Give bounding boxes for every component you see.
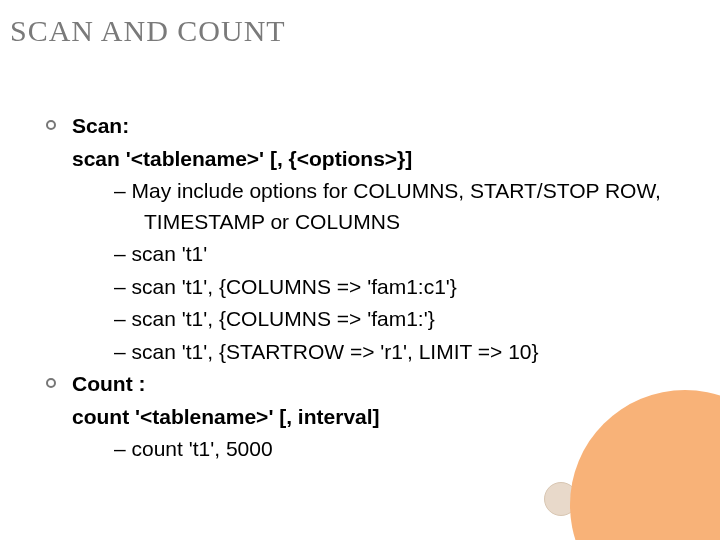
bullet-count: Count :	[44, 368, 690, 401]
scan-ex2: – scan 't1', {COLUMNS => 'fam1:c1'}	[44, 271, 690, 304]
scan-ex4: – scan 't1', {STARTROW => 'r1', LIMIT =>…	[44, 336, 690, 369]
slide-title: SCAN AND COUNT	[10, 14, 286, 48]
slide-content: Scan: scan '<tablename>' [, {<options>}]…	[44, 110, 690, 466]
scan-ex1: – scan 't1'	[44, 238, 690, 271]
scan-syntax-line: scan '<tablename>' [, {<options>}]	[44, 143, 690, 176]
scan-note-line1: – May include options for COLUMNS, START…	[44, 175, 690, 208]
slide: SCAN AND COUNT Scan: scan '<tablename>' …	[0, 0, 720, 540]
scan-ex3: – scan 't1', {COLUMNS => 'fam1:'}	[44, 303, 690, 336]
scan-syntax: scan '<tablename>' [, {<options>}]	[72, 147, 412, 170]
scan-heading: Scan:	[72, 114, 129, 137]
bullet-scan: Scan:	[44, 110, 690, 143]
bullet-icon	[46, 378, 56, 388]
scan-note-line2: TIMESTAMP or COLUMNS	[44, 206, 690, 239]
count-syntax-line: count '<tablename>' [, interval]	[44, 401, 690, 434]
count-heading: Count :	[72, 372, 145, 395]
count-syntax: count '<tablename>' [, interval]	[72, 405, 380, 428]
bullet-icon	[46, 120, 56, 130]
